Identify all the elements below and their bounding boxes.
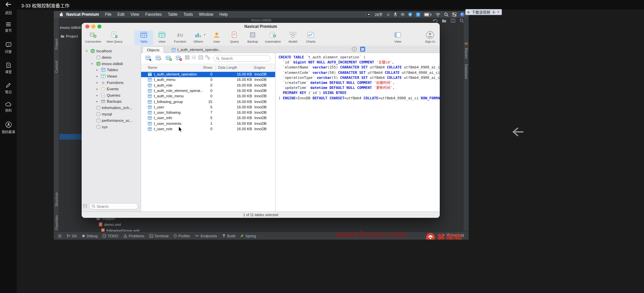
player-back-arrow-icon[interactable] xyxy=(511,127,524,137)
gear-icon[interactable] xyxy=(492,10,496,14)
sidebar-item-materials[interactable]: 资料 xyxy=(0,102,17,113)
toolbar-sign-in-button[interactable]: Sign In xyxy=(421,31,439,45)
table-row-t-auth-element-operation[interactable]: t_auth_element_operation016.00 KBInnoDB xyxy=(141,72,275,77)
toolbar-automation-button[interactable]: Automation xyxy=(263,31,282,45)
tree-item-performance-sc[interactable]: performance_sc... xyxy=(82,118,141,124)
list-view-icon[interactable] xyxy=(192,55,196,59)
tree-item-demo[interactable]: demo xyxy=(82,55,141,61)
project-selector[interactable]: imooc-bilibili xyxy=(60,26,82,30)
chevron-right-icon[interactable]: ▸ xyxy=(96,68,98,71)
ide-tab-project[interactable]: Project xyxy=(54,39,58,50)
open-table-icon[interactable] xyxy=(145,55,152,61)
project-toolwindow-header[interactable]: Project xyxy=(60,34,82,38)
menu-window[interactable]: Window xyxy=(196,12,216,17)
apple-icon[interactable] xyxy=(59,12,63,17)
toolbar-connection-button[interactable]: Connection xyxy=(84,31,102,45)
shield-icon[interactable] xyxy=(408,12,412,17)
tree-item-tables[interactable]: ▸Tables xyxy=(82,67,141,73)
statusbar-item-spring[interactable]: Spring xyxy=(240,234,256,238)
table-row-t-user-info[interactable]: t_user_info516.00 KBInnoDB xyxy=(141,115,275,121)
statusbar-item-terminal[interactable]: Terminal xyxy=(149,234,169,238)
ide-tab-commit[interactable]: Commit xyxy=(54,61,58,73)
toolbar-view-button[interactable]: View xyxy=(388,31,407,45)
search-icon[interactable] xyxy=(460,18,464,23)
record-icon[interactable] xyxy=(367,12,371,17)
table-row-t-auth-role[interactable]: t_auth_role016.00 KBInnoDB xyxy=(141,83,275,88)
objects-search-input[interactable] xyxy=(221,56,268,60)
close-icon[interactable]: × xyxy=(497,10,500,14)
menu-view[interactable]: View xyxy=(127,12,142,17)
toolbar-view-button[interactable]: View xyxy=(153,31,171,45)
table-row-t-auth-role-element-operat[interactable]: t_auth_role_element_operat...016.00 KBIn… xyxy=(141,88,275,94)
tree-item-mysql[interactable]: mysql xyxy=(82,111,141,117)
statusbar-item-problems[interactable]: Problems xyxy=(123,234,144,238)
chevron-right-icon[interactable]: ▸ xyxy=(96,87,98,91)
sidebar-item-chapters[interactable]: 章节 xyxy=(0,22,17,33)
tree-item-sys[interactable]: sys xyxy=(82,124,141,130)
sidebar-item-back[interactable]: 返回 xyxy=(0,10,17,15)
undo-icon[interactable] xyxy=(433,19,437,23)
statusbar-item-debug[interactable]: Debug xyxy=(82,234,97,238)
ide-tab-maven[interactable]: Maven xyxy=(464,48,468,59)
wifi-icon[interactable] xyxy=(435,13,440,16)
table-row-t-auth-menu[interactable]: t_auth_menu016.00 KBInnoDB xyxy=(141,77,275,83)
split-window-icon[interactable] xyxy=(451,19,455,22)
ddl-badge-icon[interactable] xyxy=(360,47,365,53)
statusbar-item-profiler[interactable]: Profiler xyxy=(173,234,190,238)
column-header-data-length[interactable]: Data Length xyxy=(218,65,237,69)
column-header-name[interactable]: Name xyxy=(148,65,157,69)
file-tree-item-demo-xml[interactable]: demo.xml xyxy=(99,222,121,227)
battery-icon[interactable] xyxy=(424,13,432,16)
column-header-engine[interactable]: Engine xyxy=(254,65,265,69)
toolbar-charts-button[interactable]: Charts xyxy=(301,31,320,45)
table-row-t-auth-role-menu[interactable]: t_auth_role_menu016.00 KBInnoDB xyxy=(141,94,275,99)
tree-item-queries[interactable]: ▸Queries xyxy=(82,93,141,99)
tree-item-functions[interactable]: ▸fxFunctions xyxy=(82,80,141,86)
sidebar-item-my-mooc[interactable]: 我的慕课 xyxy=(0,121,17,134)
table-row-t-user[interactable]: t_user516.00 KBInnoDB xyxy=(141,105,275,110)
er-view-icon[interactable] xyxy=(205,55,210,59)
sidebar-item-class[interactable]: 课堂 xyxy=(0,62,17,74)
tab-t-auth-element-operatio[interactable]: t_auth_element_operatio... xyxy=(165,46,228,53)
tree-search-box[interactable] xyxy=(89,203,138,209)
sidebar-item-notes[interactable]: 笔记 xyxy=(0,83,17,94)
grid-view-icon[interactable] xyxy=(185,55,189,59)
magnifier-light-icon[interactable] xyxy=(444,12,448,17)
toolbar-query-button[interactable]: Query xyxy=(225,31,244,45)
star-icon[interactable] xyxy=(58,234,62,238)
menubar-app-name[interactable]: Navicat Premium xyxy=(63,12,102,17)
ide-tab-database[interactable]: Database xyxy=(464,64,468,79)
detail-view-icon[interactable] xyxy=(199,55,203,59)
table-row-t-user-moments[interactable]: t_user_moments116.00 KBInnoDB xyxy=(141,121,275,127)
toolbar-backup-button[interactable]: Backup xyxy=(243,31,262,45)
menu-help[interactable]: Help xyxy=(216,12,231,17)
statusbar-item-endpoints[interactable]: Endpoints xyxy=(195,234,217,238)
tree-item-backups[interactable]: ▸Backups xyxy=(82,99,141,105)
folder-icon[interactable] xyxy=(442,19,446,23)
tree-item-views[interactable]: ▸Views xyxy=(82,74,141,80)
toolbar-user-button[interactable]: User xyxy=(207,31,226,45)
menu-table[interactable]: Table xyxy=(165,12,181,17)
toolbar-others-button[interactable]: ▾Others xyxy=(189,31,208,45)
siri-icon[interactable] xyxy=(460,12,465,17)
menu-edit[interactable]: Edit xyxy=(115,12,128,17)
tree-item-localhost[interactable]: ▾localhost xyxy=(82,48,141,54)
column-header-rows[interactable]: Rows xyxy=(188,65,212,69)
tab-objects[interactable]: Objects xyxy=(142,46,164,53)
tree-item-information-sch[interactable]: information_sch... xyxy=(82,105,141,111)
chevron-down-icon[interactable]: ▾ xyxy=(86,49,88,53)
control-center-icon[interactable] xyxy=(452,12,457,17)
toolbar-function-button[interactable]: f(x)Function xyxy=(171,31,189,45)
tree-item-events[interactable]: ▸Events xyxy=(82,86,141,92)
sidebar-footer-icon[interactable] xyxy=(83,204,87,208)
menu-file[interactable]: File xyxy=(102,12,114,17)
chevron-right-icon[interactable]: ▸ xyxy=(96,100,98,103)
ide-tab-favorites[interactable]: Favorites xyxy=(54,215,58,230)
menu-favorites[interactable]: Favorites xyxy=(142,12,165,17)
emoji-status[interactable]: ☺ xyxy=(386,12,390,16)
delete-table-icon[interactable] xyxy=(176,55,182,61)
toolbar-table-button[interactable]: Table xyxy=(134,31,153,45)
chevron-down-icon[interactable]: ▾ xyxy=(91,62,93,65)
tree-search-input[interactable] xyxy=(97,204,135,208)
statusbar-item-git[interactable]: Git xyxy=(67,234,77,238)
